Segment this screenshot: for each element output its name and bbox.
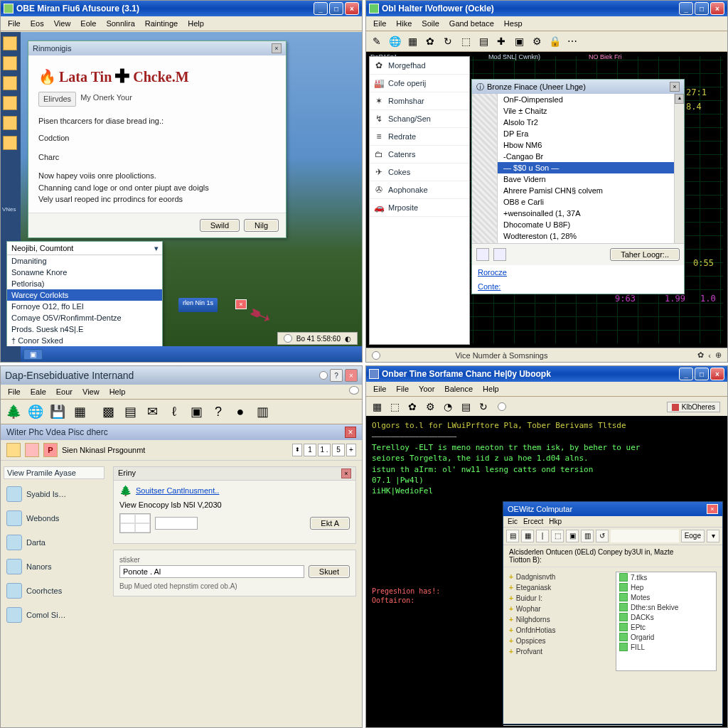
tab[interactable]: Mod SNL| Cwnkn) <box>488 53 540 60</box>
status-icon[interactable]: ‹ <box>708 351 711 360</box>
tree-item[interactable]: +Opspices <box>509 636 610 646</box>
sidebar-item[interactable]: 🚗Mrposite <box>370 199 469 217</box>
dmenu-item[interactable]: Ercect <box>523 518 543 525</box>
dtool-icon[interactable]: ⬚ <box>551 530 564 542</box>
menu-orb-icon[interactable] <box>349 386 359 395</box>
popup-action-button[interactable]: Taher Loogr:.. <box>610 248 680 261</box>
status-icon[interactable]: ⊕ <box>715 350 722 360</box>
menu-gand[interactable]: Gand betace <box>445 18 498 29</box>
list-item[interactable]: FILL <box>616 642 716 652</box>
tree-item[interactable]: +Profvant <box>509 646 610 657</box>
tree-item[interactable]: +OnfdnHotias <box>509 625 610 636</box>
maximize-button[interactable]: □ <box>695 2 709 15</box>
help-button[interactable]: Nilg <box>244 219 279 232</box>
list-item[interactable]: Vile ± Chaitz <box>498 105 674 117</box>
sub-titlebar[interactable]: Witer Phc Vdea Pisc dherc × <box>1 424 362 440</box>
tool-icon[interactable]: 🔒 <box>547 33 562 49</box>
titlebar-icon[interactable] <box>319 371 328 380</box>
plus-icon[interactable]: + <box>509 605 513 613</box>
nav-item[interactable]: Comol Si… <box>4 603 105 627</box>
menu-hike[interactable]: Hike <box>392 18 416 29</box>
list-item[interactable]: Dhocomate U B8F) <box>498 219 674 230</box>
desk-icon[interactable] <box>3 36 17 50</box>
sub-chip[interactable]: Elirvdes <box>38 92 76 107</box>
close-button[interactable]: × <box>345 369 358 382</box>
desk-icon[interactable] <box>3 56 17 70</box>
desk-icon[interactable] <box>3 76 17 90</box>
menu-file[interactable]: File <box>4 386 25 397</box>
minimize-button[interactable]: _ <box>679 368 693 380</box>
close-button[interactable]: × <box>710 2 724 15</box>
sidebar-item[interactable]: ✿Morgefhad <box>370 57 469 75</box>
sidebar-item[interactable]: 🗀Catenrs <box>370 146 469 164</box>
list-item[interactable]: -Cangao Br <box>498 151 674 162</box>
tool-icon[interactable]: ▣ <box>186 402 206 422</box>
nav-item[interactable]: Darta <box>4 530 105 555</box>
tool-icon[interactable]: ⚙ <box>422 399 438 414</box>
dropdown-country[interactable]: Neojibi, Coumtont DmanitingSonawne Knore… <box>6 241 163 347</box>
tree-item[interactable]: +Buidur I: <box>509 593 610 604</box>
page-stepper[interactable]: ⬍ 1 1 . 5 + <box>292 444 356 456</box>
popup-tool-icon[interactable] <box>476 248 489 261</box>
plus-icon[interactable]: + <box>509 594 513 602</box>
desk-icon[interactable] <box>3 116 17 130</box>
dropdown-item[interactable]: Sonawne Knore <box>7 267 162 278</box>
dropdown-item[interactable]: Warcey Corlokts <box>7 289 162 301</box>
menu-file[interactable]: File <box>392 383 413 395</box>
list-item[interactable]: Conitorna Own) <box>498 242 674 243</box>
sidebar-item[interactable]: 🏭Cofe operij <box>370 75 469 92</box>
tab[interactable]: NO Biek Fri <box>589 53 622 60</box>
dialog-titlebar[interactable]: OEWitz Colmputar × <box>503 502 722 516</box>
chip-klboheres[interactable]: KlbOheres <box>667 402 720 412</box>
sidebar-item[interactable]: ↯Schang/Sen <box>370 110 469 128</box>
menu-eour[interactable]: Eour <box>52 386 77 397</box>
tool-icon[interactable]: ▦ <box>369 399 385 414</box>
menu-view[interactable]: View <box>50 18 75 29</box>
list-item[interactable]: +wensoinalled (1, 37A <box>498 208 674 219</box>
tool-icon[interactable]: ✎ <box>369 33 385 49</box>
popup-link[interactable]: Conte: <box>472 279 684 294</box>
dropdown-item[interactable]: Prods. Suesk n4S|.E <box>7 323 162 335</box>
popup-titlebar[interactable]: ⓘ Bronze Finace (Uneer Lhge) × <box>472 80 684 94</box>
pdf-icon[interactable]: P <box>43 443 58 457</box>
titlebar[interactable]: Dap-Ensebiduative Internand ? × <box>1 366 362 385</box>
dialog-close-button[interactable]: × <box>272 43 282 53</box>
tree-item[interactable]: +Nilghdorns <box>509 614 610 625</box>
sub-close-button[interactable]: × <box>345 427 356 438</box>
list-item[interactable]: Motes <box>616 592 716 602</box>
plus-icon[interactable]: + <box>509 626 513 634</box>
menu-raintinge[interactable]: Raintinge <box>141 18 182 29</box>
close-button[interactable]: × <box>345 2 359 15</box>
dtool-icon[interactable]: ▦ <box>521 530 534 542</box>
dropdown-item[interactable]: Dmaniting <box>7 255 162 267</box>
list-item[interactable]: DACKs <box>616 612 716 622</box>
tool-icon[interactable]: ▣ <box>511 33 527 49</box>
menu-soile[interactable]: Soile <box>417 18 443 29</box>
menu-eile[interactable]: Eile <box>369 383 390 395</box>
nav-item[interactable]: Syabid Is… <box>4 482 105 506</box>
list-item[interactable]: OB8 e Carli <box>498 196 674 208</box>
list-item[interactable]: EPtc <box>616 622 716 632</box>
date-input[interactable] <box>155 517 198 530</box>
start-area[interactable] <box>1 346 21 362</box>
desk-icon[interactable] <box>3 136 17 150</box>
popup-list[interactable]: OnF-OimpensledVile ± ChaitzAlsolo Tr2DP … <box>498 94 674 243</box>
tool-icon[interactable]: ▦ <box>70 402 90 422</box>
tool-icon[interactable]: 🌐 <box>26 402 46 422</box>
sidebar-item[interactable]: ✈Cokes <box>370 164 469 181</box>
tool-icon[interactable]: ↻ <box>440 33 456 49</box>
dmenu-item[interactable]: Hkp <box>549 518 562 525</box>
taskbar[interactable]: ▣ <box>21 346 362 362</box>
dropdown-item[interactable]: † Conor Sxked <box>7 335 162 346</box>
menu-file[interactable]: Eile <box>369 18 390 29</box>
plus-icon[interactable]: + <box>509 616 513 623</box>
popup-link[interactable]: Rorocze <box>472 265 684 279</box>
titlebar[interactable]: Obl Halter IVoflower (Ockle) _ □ × <box>366 1 727 16</box>
tool-icon[interactable]: 🌐 <box>387 33 402 49</box>
list-item[interactable]: Orgarid <box>616 632 716 642</box>
tool-icon[interactable]: ● <box>230 402 250 422</box>
menu-help[interactable]: Help <box>478 383 503 395</box>
list-item[interactable]: DP Era <box>498 128 674 139</box>
plus-icon[interactable]: + <box>509 637 513 645</box>
sidebar-item[interactable]: ≡Redrate <box>370 128 469 146</box>
